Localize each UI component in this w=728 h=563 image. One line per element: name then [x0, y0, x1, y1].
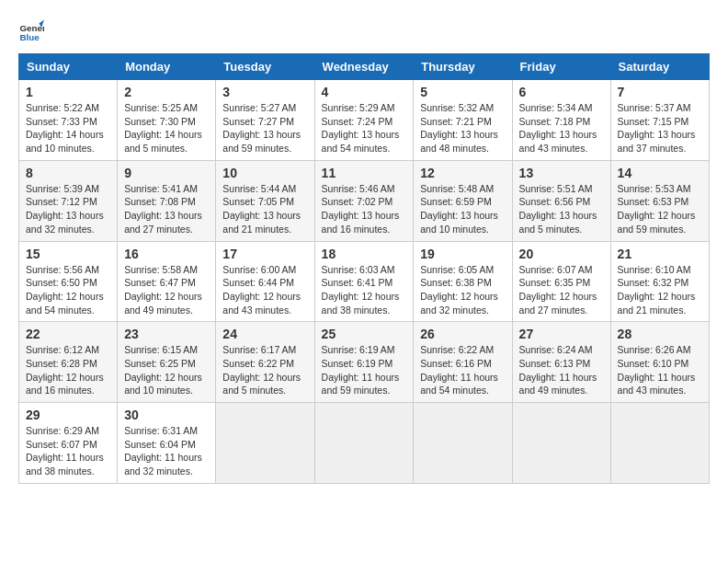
calendar-week-row: 22 Sunrise: 6:12 AM Sunset: 6:28 PM Dayl…: [19, 322, 710, 403]
day-info: Sunrise: 5:51 AM Sunset: 6:56 PM Dayligh…: [519, 182, 604, 236]
calendar-day-cell: 5 Sunrise: 5:32 AM Sunset: 7:21 PM Dayli…: [414, 80, 512, 161]
day-number: 2: [124, 85, 209, 99]
day-info: Sunrise: 5:44 AM Sunset: 7:05 PM Dayligh…: [222, 182, 307, 236]
calendar-day-cell: 4 Sunrise: 5:29 AM Sunset: 7:24 PM Dayli…: [314, 80, 414, 161]
calendar-day-cell: 25 Sunrise: 6:19 AM Sunset: 6:19 PM Dayl…: [314, 322, 414, 403]
day-info: Sunrise: 5:56 AM Sunset: 6:50 PM Dayligh…: [26, 263, 110, 317]
day-info: Sunrise: 5:32 AM Sunset: 7:21 PM Dayligh…: [420, 101, 505, 155]
day-info: Sunrise: 5:39 AM Sunset: 7:12 PM Dayligh…: [26, 182, 110, 236]
day-number: 13: [519, 166, 604, 180]
calendar-day-cell: 9 Sunrise: 5:41 AM Sunset: 7:08 PM Dayli…: [118, 160, 216, 241]
day-number: 9: [124, 166, 209, 180]
day-number: 11: [322, 166, 407, 180]
day-info: Sunrise: 5:48 AM Sunset: 6:59 PM Dayligh…: [420, 182, 505, 236]
calendar-day-cell: 15 Sunrise: 5:56 AM Sunset: 6:50 PM Dayl…: [19, 241, 118, 322]
day-info: Sunrise: 6:10 AM Sunset: 6:32 PM Dayligh…: [618, 263, 702, 317]
day-number: 29: [26, 408, 110, 422]
calendar-day-cell: 19 Sunrise: 6:05 AM Sunset: 6:38 PM Dayl…: [414, 241, 512, 322]
day-info: Sunrise: 5:34 AM Sunset: 7:18 PM Dayligh…: [519, 101, 604, 155]
day-info: Sunrise: 5:22 AM Sunset: 7:33 PM Dayligh…: [26, 101, 110, 155]
day-info: Sunrise: 6:22 AM Sunset: 6:16 PM Dayligh…: [420, 343, 505, 397]
day-number: 23: [124, 327, 209, 341]
day-number: 28: [618, 327, 702, 341]
day-info: Sunrise: 6:31 AM Sunset: 6:04 PM Dayligh…: [124, 424, 209, 478]
day-info: Sunrise: 6:17 AM Sunset: 6:22 PM Dayligh…: [222, 343, 307, 397]
day-info: Sunrise: 6:12 AM Sunset: 6:28 PM Dayligh…: [26, 343, 110, 397]
day-info: Sunrise: 6:15 AM Sunset: 6:25 PM Dayligh…: [124, 343, 209, 397]
day-info: Sunrise: 5:53 AM Sunset: 6:53 PM Dayligh…: [618, 182, 702, 236]
day-info: Sunrise: 5:37 AM Sunset: 7:15 PM Dayligh…: [618, 101, 702, 155]
day-info: Sunrise: 6:05 AM Sunset: 6:38 PM Dayligh…: [420, 263, 505, 317]
day-info: Sunrise: 6:29 AM Sunset: 6:07 PM Dayligh…: [26, 424, 110, 478]
day-info: Sunrise: 5:29 AM Sunset: 7:24 PM Dayligh…: [322, 101, 407, 155]
day-number: 24: [222, 327, 307, 341]
day-number: 10: [222, 166, 307, 180]
day-number: 19: [420, 247, 505, 261]
day-number: 4: [322, 85, 407, 99]
day-info: Sunrise: 5:27 AM Sunset: 7:27 PM Dayligh…: [222, 101, 307, 155]
page-header: General Blue: [18, 18, 710, 44]
calendar-day-cell: 23 Sunrise: 6:15 AM Sunset: 6:25 PM Dayl…: [118, 322, 216, 403]
day-info: Sunrise: 6:07 AM Sunset: 6:35 PM Dayligh…: [519, 263, 604, 317]
calendar-week-row: 29 Sunrise: 6:29 AM Sunset: 6:07 PM Dayl…: [19, 403, 710, 484]
day-number: 25: [322, 327, 407, 341]
calendar-day-cell: 12 Sunrise: 5:48 AM Sunset: 6:59 PM Dayl…: [414, 160, 512, 241]
logo-icon: General Blue: [18, 18, 44, 44]
day-info: Sunrise: 6:24 AM Sunset: 6:13 PM Dayligh…: [519, 343, 604, 397]
calendar-day-cell: 26 Sunrise: 6:22 AM Sunset: 6:16 PM Dayl…: [414, 322, 512, 403]
calendar-day-cell: 10 Sunrise: 5:44 AM Sunset: 7:05 PM Dayl…: [216, 160, 314, 241]
calendar-table: SundayMondayTuesdayWednesdayThursdayFrid…: [18, 53, 710, 484]
calendar-day-cell: 20 Sunrise: 6:07 AM Sunset: 6:35 PM Dayl…: [512, 241, 610, 322]
calendar-header-row: SundayMondayTuesdayWednesdayThursdayFrid…: [19, 54, 710, 80]
day-number: 7: [618, 85, 702, 99]
calendar-day-cell: 8 Sunrise: 5:39 AM Sunset: 7:12 PM Dayli…: [19, 160, 118, 241]
day-number: 17: [222, 247, 307, 261]
calendar-day-cell: 18 Sunrise: 6:03 AM Sunset: 6:41 PM Dayl…: [314, 241, 414, 322]
calendar-day-cell: 13 Sunrise: 5:51 AM Sunset: 6:56 PM Dayl…: [512, 160, 610, 241]
calendar-day-cell: [610, 403, 709, 484]
header-saturday: Saturday: [610, 54, 709, 80]
svg-text:Blue: Blue: [19, 32, 40, 42]
calendar-day-cell: [216, 403, 314, 484]
calendar-day-cell: 2 Sunrise: 5:25 AM Sunset: 7:30 PM Dayli…: [118, 80, 216, 161]
day-info: Sunrise: 6:26 AM Sunset: 6:10 PM Dayligh…: [618, 343, 702, 397]
calendar-day-cell: [314, 403, 414, 484]
header-monday: Monday: [118, 54, 216, 80]
day-number: 26: [420, 327, 505, 341]
day-number: 30: [124, 408, 209, 422]
day-number: 12: [420, 166, 505, 180]
header-friday: Friday: [512, 54, 610, 80]
day-number: 18: [322, 247, 407, 261]
day-info: Sunrise: 5:46 AM Sunset: 7:02 PM Dayligh…: [322, 182, 407, 236]
day-number: 6: [519, 85, 604, 99]
calendar-day-cell: 16 Sunrise: 5:58 AM Sunset: 6:47 PM Dayl…: [118, 241, 216, 322]
calendar-day-cell: 17 Sunrise: 6:00 AM Sunset: 6:44 PM Dayl…: [216, 241, 314, 322]
calendar-week-row: 8 Sunrise: 5:39 AM Sunset: 7:12 PM Dayli…: [19, 160, 710, 241]
calendar-day-cell: [414, 403, 512, 484]
day-number: 27: [519, 327, 604, 341]
calendar-day-cell: 7 Sunrise: 5:37 AM Sunset: 7:15 PM Dayli…: [610, 80, 709, 161]
calendar-day-cell: 11 Sunrise: 5:46 AM Sunset: 7:02 PM Dayl…: [314, 160, 414, 241]
logo: General Blue: [18, 18, 44, 44]
calendar-day-cell: 24 Sunrise: 6:17 AM Sunset: 6:22 PM Dayl…: [216, 322, 314, 403]
day-number: 15: [26, 247, 110, 261]
calendar-day-cell: 30 Sunrise: 6:31 AM Sunset: 6:04 PM Dayl…: [118, 403, 216, 484]
calendar-day-cell: 22 Sunrise: 6:12 AM Sunset: 6:28 PM Dayl…: [19, 322, 118, 403]
calendar-day-cell: 14 Sunrise: 5:53 AM Sunset: 6:53 PM Dayl…: [610, 160, 709, 241]
day-number: 1: [26, 85, 110, 99]
day-number: 8: [26, 166, 110, 180]
calendar-day-cell: 29 Sunrise: 6:29 AM Sunset: 6:07 PM Dayl…: [19, 403, 118, 484]
header-wednesday: Wednesday: [314, 54, 414, 80]
day-info: Sunrise: 6:00 AM Sunset: 6:44 PM Dayligh…: [222, 263, 307, 317]
day-number: 14: [618, 166, 702, 180]
header-thursday: Thursday: [414, 54, 512, 80]
day-number: 16: [124, 247, 209, 261]
day-info: Sunrise: 6:03 AM Sunset: 6:41 PM Dayligh…: [322, 263, 407, 317]
day-number: 22: [26, 327, 110, 341]
day-info: Sunrise: 5:58 AM Sunset: 6:47 PM Dayligh…: [124, 263, 209, 317]
day-info: Sunrise: 6:19 AM Sunset: 6:19 PM Dayligh…: [322, 343, 407, 397]
calendar-day-cell: 6 Sunrise: 5:34 AM Sunset: 7:18 PM Dayli…: [512, 80, 610, 161]
day-number: 21: [618, 247, 702, 261]
day-number: 5: [420, 85, 505, 99]
calendar-week-row: 1 Sunrise: 5:22 AM Sunset: 7:33 PM Dayli…: [19, 80, 710, 161]
